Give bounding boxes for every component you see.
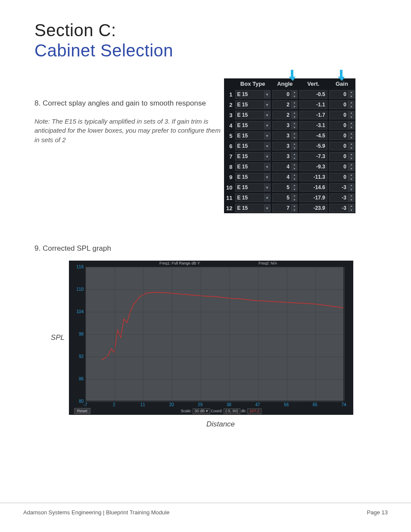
angle-stepper[interactable]: 5▲▼ [272, 183, 298, 192]
caret-up-icon[interactable]: ▲ [349, 101, 354, 105]
caret-down-icon[interactable]: ▼ [349, 146, 354, 150]
box-type-select[interactable]: E 15▾ [235, 90, 271, 99]
caret-up-icon[interactable]: ▲ [292, 121, 297, 126]
table-row: 6E 15▾3▲▼-5.90▲▼ [224, 141, 355, 151]
caret-down-icon[interactable]: ▼ [292, 105, 297, 109]
chevron-down-icon: ▾ [264, 173, 270, 181]
angle-stepper[interactable]: 3▲▼ [272, 121, 298, 130]
table-row: 1E 15▾0▲▼-0.50▲▼ [224, 89, 355, 100]
caret-up-icon[interactable]: ▲ [292, 204, 297, 208]
caret-up-icon[interactable]: ▲ [292, 90, 297, 95]
caret-down-icon[interactable]: ▼ [349, 188, 354, 192]
caret-down-icon[interactable]: ▼ [349, 198, 354, 202]
caret-up-icon[interactable]: ▲ [292, 101, 297, 105]
angle-stepper[interactable]: 3▲▼ [272, 152, 298, 161]
caret-down-icon[interactable]: ▼ [349, 208, 354, 212]
gain-stepper[interactable]: -3▲▼ [329, 204, 355, 212]
reset-button[interactable]: Reset [74, 408, 90, 414]
caret-down-icon[interactable]: ▼ [292, 146, 297, 150]
caret-up-icon[interactable]: ▲ [349, 173, 354, 177]
gain-stepper[interactable]: 0▲▼ [329, 100, 355, 109]
box-type-select[interactable]: E 15▾ [235, 204, 271, 212]
box-type-select[interactable]: E 15▾ [235, 142, 271, 150]
box-type-select[interactable]: E 15▾ [235, 131, 271, 140]
caret-down-icon[interactable]: ▼ [292, 188, 297, 192]
caret-up-icon[interactable]: ▲ [292, 132, 297, 136]
caret-up-icon[interactable]: ▲ [349, 152, 354, 157]
caret-down-icon[interactable]: ▼ [292, 208, 297, 212]
gain-stepper[interactable]: -3▲▼ [329, 193, 355, 202]
y-tick: 116 [74, 264, 84, 269]
caret-down-icon[interactable]: ▼ [292, 136, 297, 140]
angle-stepper[interactable]: 0▲▼ [272, 90, 298, 99]
angle-stepper[interactable]: 2▲▼ [272, 111, 298, 119]
x-tick: 65 [313, 402, 318, 407]
caret-down-icon[interactable]: ▼ [292, 115, 297, 119]
caret-down-icon[interactable]: ▼ [349, 126, 354, 130]
caret-up-icon[interactable]: ▲ [349, 142, 354, 146]
gain-stepper[interactable]: 0▲▼ [329, 90, 355, 99]
caret-up-icon[interactable]: ▲ [292, 152, 297, 157]
caret-up-icon[interactable]: ▲ [292, 163, 297, 167]
caret-down-icon[interactable]: ▼ [292, 177, 297, 181]
caret-down-icon[interactable]: ▼ [292, 198, 297, 202]
x-tick: 11 [140, 402, 145, 407]
y-tick: 110 [74, 287, 84, 292]
caret-up-icon[interactable]: ▲ [292, 173, 297, 177]
gain-stepper[interactable]: 0▲▼ [329, 142, 355, 150]
box-type-select[interactable]: E 15▾ [235, 121, 271, 130]
gain-stepper[interactable]: -3▲▼ [329, 183, 355, 192]
caret-down-icon[interactable]: ▼ [349, 167, 354, 171]
caret-down-icon[interactable]: ▼ [292, 126, 297, 130]
box-type-select[interactable]: E 15▾ [235, 173, 271, 181]
caret-down-icon[interactable]: ▼ [349, 157, 354, 161]
box-type-select[interactable]: E 15▾ [235, 100, 271, 109]
vert-value: -1.1 [299, 100, 327, 109]
box-type-select[interactable]: E 15▾ [235, 162, 271, 171]
caret-up-icon[interactable]: ▲ [292, 194, 297, 198]
angle-stepper[interactable]: 5▲▼ [272, 193, 298, 202]
scale-select[interactable]: 30 dB ▾ [193, 408, 210, 414]
angle-stepper[interactable]: 7▲▼ [272, 204, 298, 212]
caret-up-icon[interactable]: ▲ [349, 132, 354, 136]
gain-stepper[interactable]: 0▲▼ [329, 121, 355, 130]
caret-down-icon[interactable]: ▼ [349, 105, 354, 109]
caret-down-icon[interactable]: ▼ [292, 95, 297, 99]
box-type-select[interactable]: E 15▾ [235, 111, 271, 119]
caret-up-icon[interactable]: ▲ [292, 184, 297, 188]
box-type-select[interactable]: E 15▾ [235, 152, 271, 161]
caret-down-icon[interactable]: ▼ [349, 136, 354, 140]
row-index: 3 [224, 110, 234, 120]
caret-down-icon[interactable]: ▼ [292, 167, 297, 171]
angle-stepper[interactable]: 3▲▼ [272, 142, 298, 150]
vert-value: -23.9 [299, 204, 327, 212]
caret-up-icon[interactable]: ▲ [349, 111, 354, 115]
box-type-select[interactable]: E 15▾ [235, 183, 271, 192]
gain-stepper[interactable]: 0▲▼ [329, 173, 355, 181]
caret-down-icon[interactable]: ▼ [292, 157, 297, 161]
caret-down-icon[interactable]: ▼ [349, 95, 354, 99]
chevron-down-icon: ▾ [264, 163, 270, 171]
gain-stepper[interactable]: 0▲▼ [329, 162, 355, 171]
caret-down-icon[interactable]: ▼ [349, 115, 354, 119]
caret-up-icon[interactable]: ▲ [349, 121, 354, 126]
caret-up-icon[interactable]: ▲ [349, 194, 354, 198]
angle-stepper[interactable]: 4▲▼ [272, 173, 298, 181]
caret-up-icon[interactable]: ▲ [292, 111, 297, 115]
angle-stepper[interactable]: 4▲▼ [272, 162, 298, 171]
gain-stepper[interactable]: 0▲▼ [329, 111, 355, 119]
caret-up-icon[interactable]: ▲ [349, 204, 354, 208]
caret-up-icon[interactable]: ▲ [349, 90, 354, 95]
angle-stepper[interactable]: 3▲▼ [272, 131, 298, 140]
gain-stepper[interactable]: 0▲▼ [329, 152, 355, 161]
caret-up-icon[interactable]: ▲ [349, 163, 354, 167]
caret-up-icon[interactable]: ▲ [292, 142, 297, 146]
vert-value: -7.3 [299, 152, 327, 161]
caret-up-icon[interactable]: ▲ [349, 184, 354, 188]
step-8-heading: 8. Correct splay angles and gain to smoo… [34, 98, 224, 109]
caret-down-icon[interactable]: ▼ [349, 177, 354, 181]
gain-stepper[interactable]: 0▲▼ [329, 131, 355, 140]
angle-stepper[interactable]: 2▲▼ [272, 100, 298, 109]
box-type-select[interactable]: E 15▾ [235, 193, 271, 202]
cabinet-table: Box Type Angle Vert. Gain 1E 15▾0▲▼-0.50… [224, 78, 355, 213]
